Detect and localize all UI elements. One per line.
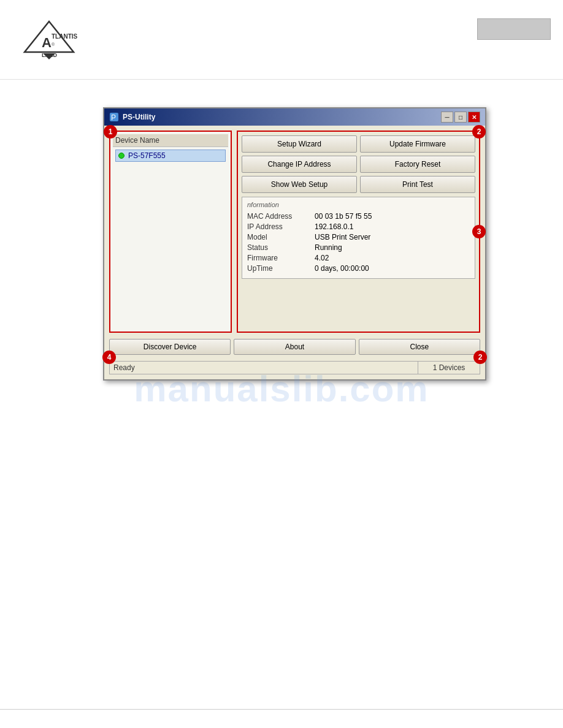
info-title: nformation [247, 201, 470, 208]
buttons-grid: Setup Wizard Update Firmware Change IP A… [242, 135, 475, 193]
badge-3: 3 [472, 225, 486, 238]
info-row: ModelUSB Print Server [247, 233, 470, 241]
device-panel: 1 Device Name PS-57F555 [109, 131, 232, 333]
info-row-value: 00 03 1b 57 f5 55 [315, 212, 470, 221]
device-name-header: Device Name [113, 134, 228, 147]
info-row-label: Firmware [247, 254, 315, 262]
badge-4: 4 [102, 351, 116, 364]
maximize-button[interactable]: □ [454, 112, 467, 123]
logo-area: A TLANTIS ® LAND [12, 15, 86, 64]
ps-utility-window: P PS-Utility ─ □ ✕ 1 Device Name PS-57 [103, 107, 486, 381]
svg-text:TLANTIS: TLANTIS [52, 33, 78, 40]
badge-2-top: 2 [472, 125, 486, 138]
print-test-button[interactable]: Print Test [360, 176, 475, 193]
status-right: 1 Devices [418, 362, 480, 374]
status-bar: Ready 1 Devices [109, 361, 480, 374]
window-body: 1 Device Name PS-57F555 2 S [104, 126, 485, 379]
info-row: Firmware4.02 [247, 254, 470, 262]
device-list: PS-57F555 [113, 147, 228, 164]
header: A TLANTIS ® LAND [0, 0, 563, 80]
info-row-value: USB Print Server [315, 233, 470, 241]
right-panel: 2 Setup Wizard Update Firmware Change IP… [237, 131, 480, 333]
panels-wrapper: 1 Device Name PS-57F555 2 S [109, 131, 480, 333]
bottom-bar: 4 Discover Device About Close 2 [109, 336, 480, 357]
title-bar-left: P PS-Utility [109, 112, 155, 122]
title-bar: P PS-Utility ─ □ ✕ [104, 108, 485, 126]
svg-text:A: A [42, 35, 52, 50]
factory-reset-button[interactable]: Factory Reset [360, 156, 475, 173]
info-row-label: Status [247, 243, 315, 252]
header-right-box [477, 18, 551, 40]
info-row-value: 4.02 [315, 254, 470, 262]
info-row: MAC Address00 03 1b 57 f5 55 [247, 212, 470, 221]
close-button[interactable]: ✕ [468, 112, 480, 123]
update-firmware-button[interactable]: Update Firmware [360, 135, 475, 153]
info-row-label: IP Address [247, 222, 315, 231]
status-dot [118, 153, 124, 159]
minimize-button[interactable]: ─ [441, 112, 453, 123]
page-bottom-line [0, 709, 563, 710]
device-panel-inner: Device Name PS-57F555 [110, 132, 231, 167]
info-row-label: MAC Address [247, 212, 315, 221]
close-app-button[interactable]: Close [359, 339, 480, 355]
info-rows-container: MAC Address00 03 1b 57 f5 55IP Address19… [247, 212, 470, 273]
info-row-value: Running [315, 243, 470, 252]
info-row-label: Model [247, 233, 315, 241]
info-row: IP Address192.168.0.1 [247, 222, 470, 231]
info-row: StatusRunning [247, 243, 470, 252]
svg-text:®: ® [52, 42, 55, 47]
discover-device-button[interactable]: Discover Device [109, 339, 231, 355]
show-web-setup-button[interactable]: Show Web Setup [242, 176, 357, 193]
info-row-value: 192.168.0.1 [315, 222, 470, 231]
badge-1: 1 [104, 125, 117, 138]
change-ip-button[interactable]: Change IP Address [242, 156, 357, 173]
device-name-text: PS-57F555 [128, 151, 166, 160]
status-left: Ready [110, 362, 418, 374]
info-row: UpTime0 days, 00:00:00 [247, 264, 470, 273]
title-bar-buttons: ─ □ ✕ [441, 112, 480, 123]
list-item[interactable]: PS-57F555 [115, 150, 226, 162]
setup-wizard-button[interactable]: Setup Wizard [242, 135, 357, 153]
logo-icon: A TLANTIS ® LAND [12, 15, 86, 64]
info-row-label: UpTime [247, 264, 315, 273]
window-icon: P [109, 112, 119, 122]
badge-2-bottom: 2 [473, 351, 487, 364]
info-section: 3 nformation MAC Address00 03 1b 57 f5 5… [242, 197, 475, 279]
window-title: PS-Utility [123, 113, 155, 121]
svg-text:P: P [111, 113, 116, 122]
about-button[interactable]: About [234, 339, 355, 355]
info-row-value: 0 days, 00:00:00 [315, 264, 470, 273]
